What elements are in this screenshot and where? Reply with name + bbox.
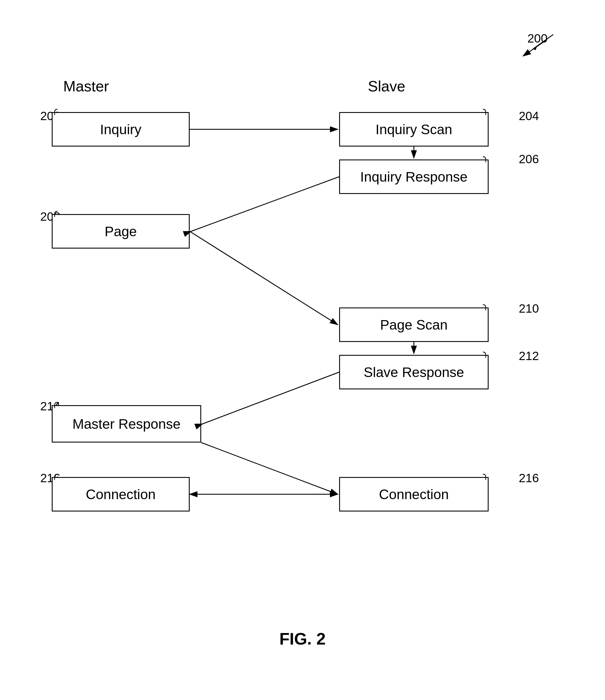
master-label: Master (63, 78, 109, 95)
svg-line-7 (190, 231, 338, 325)
connection-right-box: Connection (339, 477, 489, 511)
ref-210: 210 (519, 302, 539, 316)
figure-label: FIG. 2 (280, 629, 325, 648)
ref-212: 212 (519, 349, 539, 363)
page-scan-box: Page Scan (339, 307, 489, 342)
connection-left-box: Connection (52, 477, 190, 511)
ref-204: 204 (519, 109, 539, 123)
diagram: 200 Master Slave 202 Inquiry 204 Inquiry… (0, 0, 605, 700)
svg-line-9 (203, 372, 339, 424)
ref-216-right: 216 (519, 471, 539, 485)
slave-label: Slave (368, 78, 405, 95)
page-box: Page (52, 214, 190, 249)
slave-response-box: Slave Response (339, 355, 489, 390)
inquiry-scan-box: Inquiry Scan (339, 112, 489, 147)
inquiry-box: Inquiry (52, 112, 190, 147)
svg-line-10 (201, 443, 338, 494)
svg-line-6 (191, 177, 339, 231)
master-response-box: Master Response (52, 405, 201, 443)
inquiry-response-box: Inquiry Response (339, 159, 489, 194)
svg-marker-1 (533, 45, 537, 50)
ref-206: 206 (519, 152, 539, 166)
